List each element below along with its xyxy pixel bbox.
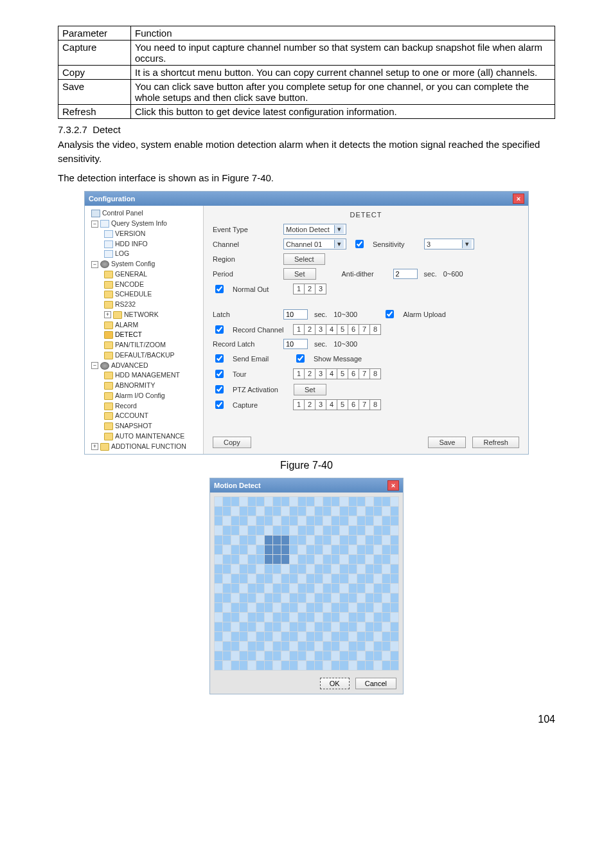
grid-cell[interactable] — [231, 545, 240, 555]
grid-cell[interactable] — [256, 526, 265, 536]
grid-cell[interactable] — [265, 642, 273, 651]
grid-cell[interactable] — [390, 545, 398, 555]
grid-cell[interactable] — [248, 603, 256, 613]
grid-cell[interactable] — [357, 622, 365, 632]
channel-cell[interactable]: 8 — [369, 324, 381, 335]
grid-cell[interactable] — [365, 536, 373, 545]
grid-cell[interactable] — [240, 661, 248, 671]
grid-cell[interactable] — [223, 545, 231, 555]
grid-cell[interactable] — [340, 642, 348, 651]
grid-cell[interactable] — [306, 516, 315, 526]
grid-cell[interactable] — [265, 613, 273, 622]
grid-cell[interactable] — [256, 632, 265, 642]
grid-cell[interactable] — [373, 536, 382, 545]
grid-cell[interactable] — [215, 603, 223, 613]
grid-cell[interactable] — [390, 516, 398, 526]
grid-cell[interactable] — [382, 632, 390, 642]
grid-cell[interactable] — [348, 516, 357, 526]
channel-cell[interactable]: 4 — [326, 399, 337, 410]
grid-cell[interactable] — [357, 545, 365, 555]
grid-cell[interactable] — [306, 613, 315, 622]
grid-cell[interactable] — [223, 584, 231, 593]
grid-cell[interactable] — [298, 555, 306, 565]
grid-cell[interactable] — [223, 516, 231, 526]
sensitivity-select[interactable]: 3▾ — [424, 239, 474, 249]
grid-cell[interactable] — [231, 613, 240, 622]
grid-cell[interactable] — [323, 603, 332, 613]
grid-cell[interactable] — [231, 651, 240, 661]
grid-cell[interactable] — [248, 565, 256, 574]
grid-cell[interactable] — [256, 497, 265, 507]
grid-cell[interactable] — [382, 593, 390, 603]
grid-cell[interactable] — [298, 497, 306, 507]
grid-cell[interactable] — [357, 516, 365, 526]
grid-cell[interactable] — [306, 526, 315, 536]
grid-cell[interactable] — [365, 642, 373, 651]
grid-cell[interactable] — [365, 613, 373, 622]
grid-cell[interactable] — [332, 516, 340, 526]
grid-cell[interactable] — [332, 593, 340, 603]
grid-cell[interactable] — [323, 622, 332, 632]
grid-cell[interactable] — [240, 593, 248, 603]
grid-cell[interactable] — [223, 555, 231, 565]
grid-cell[interactable] — [290, 632, 298, 642]
grid-cell[interactable] — [340, 632, 348, 642]
showmessage-checkbox[interactable] — [296, 354, 305, 363]
channel-cell[interactable]: 6 — [348, 368, 359, 379]
grid-cell[interactable] — [273, 516, 281, 526]
grid-cell[interactable] — [231, 642, 240, 651]
grid-cell[interactable] — [281, 584, 290, 593]
grid-cell[interactable] — [223, 497, 231, 507]
grid-cell[interactable] — [340, 574, 348, 584]
refresh-button[interactable]: Refresh — [472, 437, 519, 448]
grid-cell[interactable] — [382, 661, 390, 671]
grid-cell[interactable] — [265, 507, 273, 516]
grid-cell[interactable] — [382, 574, 390, 584]
grid-cell[interactable] — [365, 574, 373, 584]
grid-cell[interactable] — [348, 661, 357, 671]
grid-cell[interactable] — [340, 507, 348, 516]
grid-cell[interactable] — [290, 593, 298, 603]
tree-item[interactable]: RS232 — [86, 300, 202, 310]
grid-cell[interactable] — [281, 642, 290, 651]
grid-cell[interactable] — [265, 516, 273, 526]
grid-cell[interactable] — [273, 651, 281, 661]
grid-cell[interactable] — [231, 497, 240, 507]
grid-cell[interactable] — [382, 555, 390, 565]
grid-cell[interactable] — [306, 574, 315, 584]
grid-cell[interactable] — [223, 593, 231, 603]
grid-cell[interactable] — [215, 526, 223, 536]
grid-cell[interactable] — [340, 516, 348, 526]
grid-cell[interactable] — [348, 613, 357, 622]
grid-cell[interactable] — [365, 507, 373, 516]
grid-cell[interactable] — [365, 661, 373, 671]
grid-cell[interactable] — [315, 565, 323, 574]
grid-cell[interactable] — [298, 632, 306, 642]
channel-cell[interactable]: 7 — [359, 399, 370, 410]
grid-cell[interactable] — [248, 574, 256, 584]
grid-cell[interactable] — [240, 516, 248, 526]
grid-cell[interactable] — [240, 497, 248, 507]
grid-cell[interactable] — [373, 642, 382, 651]
grid-cell[interactable] — [373, 507, 382, 516]
channel-cell[interactable]: 8 — [369, 399, 381, 410]
grid-cell[interactable] — [298, 545, 306, 555]
grid-cell[interactable] — [290, 651, 298, 661]
grid-cell[interactable] — [315, 603, 323, 613]
tree-item[interactable]: DETECT — [86, 330, 202, 340]
grid-cell[interactable] — [265, 526, 273, 536]
tree-item[interactable]: ENCODE — [86, 280, 202, 290]
grid-cell[interactable] — [340, 526, 348, 536]
grid-cell[interactable] — [223, 526, 231, 536]
grid-cell[interactable] — [390, 526, 398, 536]
grid-cell[interactable] — [348, 651, 357, 661]
channel-enable-checkbox[interactable] — [355, 240, 364, 248]
grid-cell[interactable] — [357, 507, 365, 516]
copy-button[interactable]: Copy — [213, 437, 251, 448]
tree-item[interactable]: PAN/TILT/ZOOM — [86, 340, 202, 350]
grid-cell[interactable] — [390, 565, 398, 574]
grid-cell[interactable] — [373, 555, 382, 565]
grid-cell[interactable] — [273, 584, 281, 593]
grid-cell[interactable] — [256, 603, 265, 613]
grid-cell[interactable] — [357, 555, 365, 565]
